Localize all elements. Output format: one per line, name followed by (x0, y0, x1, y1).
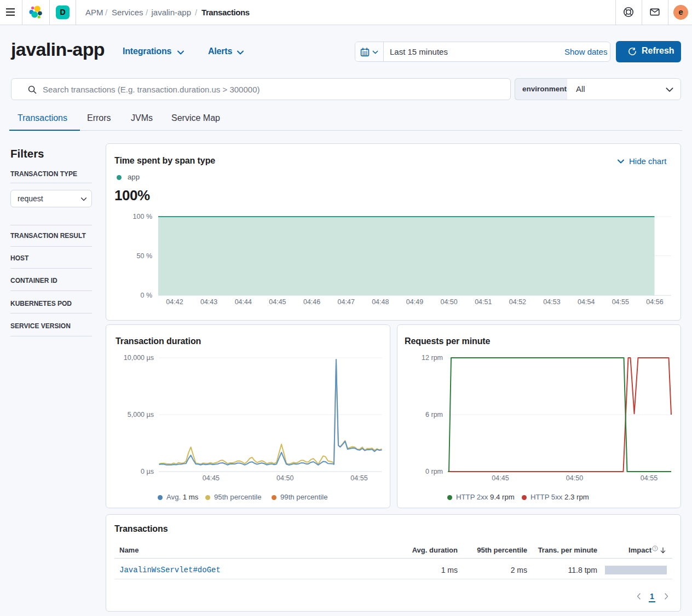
svg-text:?: ? (654, 547, 656, 550)
